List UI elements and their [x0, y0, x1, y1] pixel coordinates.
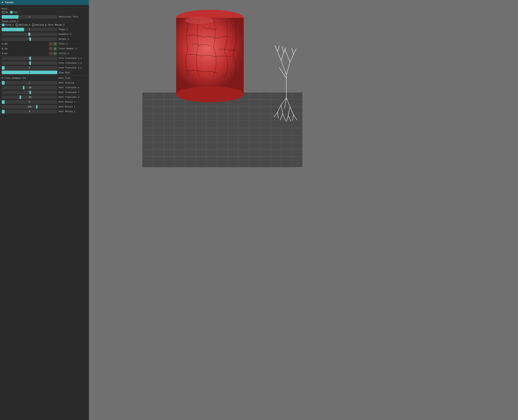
root-ty-label: Root Translate Y	[59, 91, 87, 94]
infill1-minus-button[interactable]: -	[49, 52, 53, 55]
root-radio-row: No Yes	[2, 11, 87, 14]
root-ry-value: 180	[2, 106, 57, 108]
svg-line-26	[286, 62, 290, 75]
root-tz-label: Root Translate Z	[59, 96, 87, 98]
root-ry-track[interactable]: 180	[2, 105, 57, 109]
form-tz-label: Form Translate Z_1	[59, 67, 87, 69]
grain1-row: 0.20 - + Grain Number_1	[2, 47, 87, 51]
root-ty-value: 0	[2, 91, 57, 94]
shape-radio-row: Form_1 Hollow_1 Hollow & Form Merge_1	[2, 23, 87, 26]
additional-form-label: Additional Form	[59, 16, 87, 18]
panel-header: ▼ Tweaks	[0, 0, 89, 5]
root-ty-track[interactable]: 0	[2, 91, 57, 94]
form-ty-label: Form Translate Y_1	[59, 62, 87, 64]
form1-radio[interactable]	[2, 23, 5, 26]
root-ty-row: 0 Root Translate Y	[2, 90, 87, 95]
svg-line-36	[292, 48, 294, 54]
additional-form-value: 1	[2, 16, 57, 18]
hollow-form-option[interactable]: Hollow & Form Merge_1	[32, 23, 65, 26]
form-tz-row: 0 Form Translate Z_1	[2, 66, 87, 70]
viewport-svg	[89, 0, 518, 420]
infill1-plus-button[interactable]: +	[53, 52, 57, 55]
svg-line-34	[287, 55, 290, 62]
cylinder-body	[176, 18, 244, 94]
diameter1-row: 40 Diameter_1	[2, 32, 87, 37]
color1-value: 6.00	[2, 43, 49, 45]
height1-track[interactable]: 70	[2, 37, 57, 41]
root-tz-value: -68	[2, 96, 57, 98]
hollow1-label: Hollow_1	[19, 24, 30, 26]
form1-label: Form_1	[5, 24, 14, 26]
svg-line-27	[279, 68, 286, 78]
form1-option[interactable]: Form_1	[2, 23, 14, 26]
root-file-row: D:\root_exemple.stl Root file	[2, 76, 87, 80]
shape1-row: 1 Shape_1	[2, 27, 87, 32]
yes-label: Yes	[14, 11, 18, 14]
root-rz-track[interactable]: 0	[2, 110, 57, 113]
yes-radio[interactable]	[10, 11, 13, 14]
cylinder-highlight	[185, 17, 213, 24]
grain1-label: Grain Number_1	[59, 47, 87, 50]
shape1-label: Shape_1	[59, 28, 87, 31]
yes-option[interactable]: Yes	[10, 11, 18, 14]
main-layout: ▼ Tweaks Root_ No Yes 1	[0, 0, 518, 420]
form-ty-row: 0 Form Translate Y_1	[2, 61, 87, 65]
root-scaling-value: 1	[2, 82, 57, 84]
root-tx-value: -38	[2, 86, 57, 89]
no-radio[interactable]	[2, 11, 5, 14]
root-tx-track[interactable]: -38	[2, 86, 57, 90]
root-ry-label: Root Rotate Y	[59, 106, 87, 108]
grain1-plus-button[interactable]: +	[53, 47, 57, 51]
root-label: Root_	[2, 8, 87, 10]
form-tx-value: 0	[2, 57, 57, 60]
no-label: No	[5, 11, 8, 14]
svg-line-35	[290, 54, 294, 62]
color1-row: 6.00 - + Color_1	[2, 42, 87, 46]
root-scaling-track[interactable]: 1	[2, 81, 57, 85]
show-root-value: 1	[29, 71, 30, 74]
svg-line-31	[277, 46, 279, 52]
root-rx-label: Root Rotate x	[59, 101, 87, 103]
svg-rect-0	[142, 92, 302, 167]
hollow-form-radio[interactable]	[32, 23, 35, 26]
color1-label: Color_1	[59, 43, 87, 45]
form-ty-track[interactable]: 0	[2, 61, 57, 65]
svg-line-32	[282, 46, 284, 52]
shape1-track[interactable]: 1	[2, 28, 57, 31]
diameter1-track[interactable]: 40	[2, 32, 57, 36]
additional-form-row: 1 Additional Form	[2, 15, 87, 19]
root-rx-track[interactable]: 0	[2, 100, 57, 104]
show-root-slider[interactable]: 1	[2, 71, 57, 74]
tweaks-panel: ▼ Tweaks Root_ No Yes 1	[0, 0, 89, 420]
color1-minus-button[interactable]: -	[49, 42, 53, 46]
hollow1-radio[interactable]	[15, 23, 18, 26]
show-root-row: 1 Show Root	[2, 71, 87, 75]
additional-form-track[interactable]: 1	[2, 15, 57, 19]
cylinder-bottom-ellipse	[176, 86, 244, 102]
form-tz-track[interactable]: 0	[2, 66, 57, 70]
panel-title: ▼ Tweaks	[2, 1, 14, 4]
root-rz-label: Root Rotate Z	[59, 110, 87, 113]
svg-line-25	[281, 60, 286, 75]
no-option[interactable]: No	[2, 11, 8, 14]
infill1-value: 0.90	[2, 52, 49, 55]
svg-line-37	[294, 49, 296, 54]
viewport[interactable]	[89, 0, 518, 420]
show-root-label: Show Root	[59, 71, 87, 74]
hollow-form-label: Hollow & Form Merge_1	[35, 24, 65, 26]
root-file-label: Root file	[59, 77, 87, 80]
hollow1-option[interactable]: Hollow_1	[15, 23, 30, 26]
root-ry-row: 180 Root Rotate Y	[2, 105, 87, 109]
root-rx-value: 0	[2, 101, 57, 103]
form-tx-track[interactable]: 0	[2, 57, 57, 60]
root-scaling-row: 1 Root Scaling	[2, 81, 87, 85]
root-file-value: D:\root_exemple.stl	[2, 77, 57, 80]
form-ty-value: 0	[2, 62, 57, 64]
infill1-row: 0.90 - + Infill_1	[2, 51, 87, 56]
root-tz-track[interactable]: -68	[2, 96, 57, 99]
svg-line-38	[285, 49, 287, 55]
color1-plus-button[interactable]: +	[53, 42, 57, 46]
root-rz-value: 0	[2, 110, 57, 113]
grain1-minus-button[interactable]: -	[49, 47, 53, 51]
diameter1-label: Diameter_1	[59, 33, 87, 36]
